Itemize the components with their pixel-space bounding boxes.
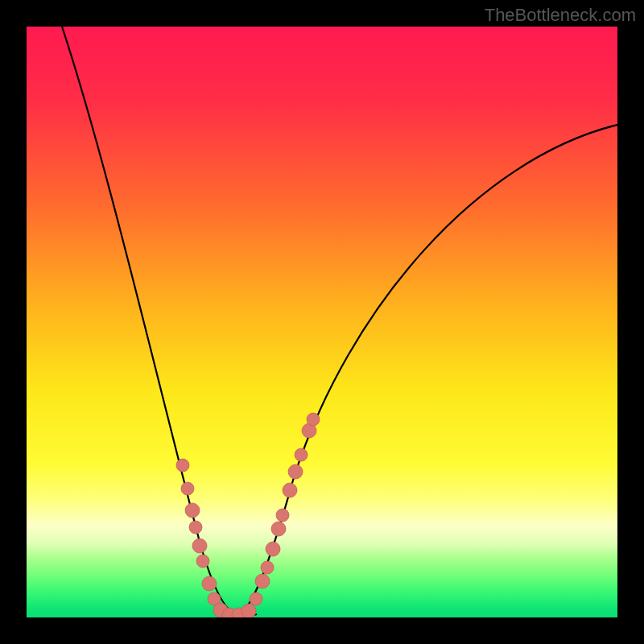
data-marker xyxy=(295,448,308,461)
data-marker xyxy=(271,522,286,536)
watermark-text: TheBottleneck.com xyxy=(485,5,636,26)
data-marker xyxy=(250,592,262,605)
chart-svg xyxy=(27,27,617,617)
data-marker xyxy=(242,604,256,617)
data-marker xyxy=(196,555,209,568)
data-marker xyxy=(189,521,202,534)
data-marker xyxy=(276,509,289,522)
data-marker xyxy=(176,459,189,472)
data-marker xyxy=(288,464,303,479)
chart-frame: TheBottleneck.com xyxy=(0,0,644,644)
data-marker xyxy=(261,561,274,574)
data-marker xyxy=(266,542,280,556)
data-marker xyxy=(181,482,194,495)
bottleneck-curve xyxy=(62,27,617,614)
data-marker xyxy=(283,483,297,497)
marker-group xyxy=(176,413,320,617)
data-marker xyxy=(202,576,217,591)
data-marker xyxy=(185,503,200,518)
data-marker xyxy=(307,413,320,426)
data-marker xyxy=(255,574,270,588)
plot-area xyxy=(27,27,617,617)
data-marker xyxy=(192,539,207,553)
curve-group xyxy=(62,27,617,617)
